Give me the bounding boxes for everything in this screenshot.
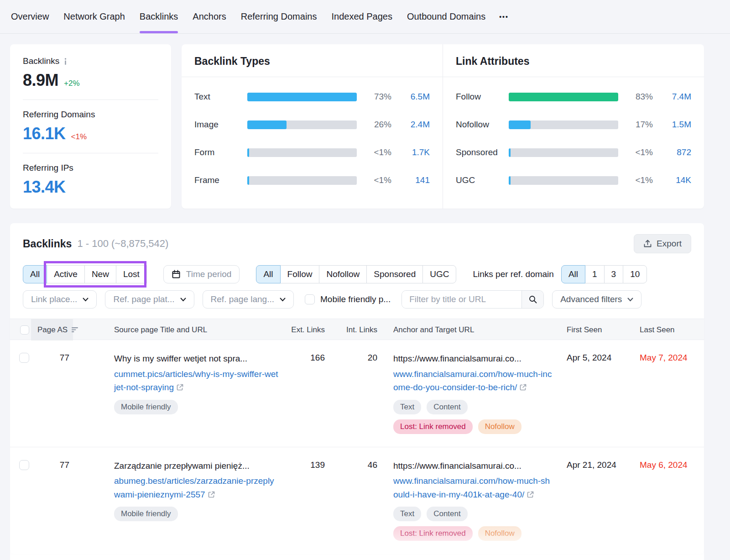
export-button[interactable]: Export [634, 234, 691, 253]
calendar-icon [172, 270, 181, 279]
mobile-friendly-checkbox[interactable] [305, 294, 315, 304]
more-tabs-ellipsis-icon[interactable]: ••• [499, 0, 509, 33]
bar-fill [509, 93, 618, 101]
int-links-value: 46 [325, 460, 377, 541]
link-placement-dropdown[interactable]: Link place... [23, 290, 97, 309]
bar-percent: <1% [627, 175, 653, 185]
referring-domains-label: Referring Domains [23, 110, 95, 120]
lost-status-badge: Lost: Link removed [393, 526, 473, 541]
select-all-checkbox[interactable] [20, 325, 29, 335]
bar-track [247, 93, 357, 101]
ref-page-language-dropdown[interactable]: Ref. page lang... [203, 290, 294, 309]
status-filter-new[interactable]: New [84, 265, 116, 283]
time-period-button[interactable]: Time period [163, 265, 240, 283]
source-url-link[interactable]: cummet.pics/articles/why-is-my-swiffer-w… [114, 369, 278, 392]
tab-anchors[interactable]: Anchors [193, 0, 226, 33]
table-row: 77 Zarządzanie przepływami pienięż... ab… [10, 447, 704, 554]
bar-value-link[interactable]: 1.7K [401, 147, 430, 157]
follow-filter-nofollow[interactable]: Nofollow [319, 265, 367, 283]
status-filter-active[interactable]: Active [47, 265, 85, 283]
column-page-as[interactable]: Page AS [31, 319, 73, 340]
int-links-value: 20 [325, 353, 377, 434]
backlinks-metric-value: 8.9M +2% [23, 71, 158, 90]
referring-ips-label: Referring IPs [23, 163, 73, 173]
ref-page-platform-dropdown[interactable]: Ref. page plat... [105, 290, 194, 309]
column-last-seen[interactable]: Last Seen [634, 325, 704, 335]
row-checkbox[interactable] [19, 353, 29, 363]
external-link-icon[interactable] [208, 488, 215, 502]
external-link-icon[interactable] [520, 381, 527, 394]
links-per-domain-label: Links per ref. domain [473, 269, 553, 279]
tab-outbound-domains[interactable]: Outbound Domains [407, 0, 485, 33]
sort-desc-icon [71, 327, 78, 333]
column-first-seen[interactable]: First Seen [552, 325, 634, 335]
follow-filter-sponsored[interactable]: Sponsored [366, 265, 423, 283]
follow-filter-follow[interactable]: Follow [280, 265, 320, 283]
table-result-range: 1 - 100 (~8,875,542) [77, 238, 168, 250]
external-link-icon[interactable] [177, 381, 183, 394]
tab-indexed-pages[interactable]: Indexed Pages [331, 0, 392, 33]
bar-value-link[interactable]: 14K [662, 175, 691, 185]
link-placement-badge: Content [427, 507, 468, 521]
column-anchor-target[interactable]: Anchor and Target URL [393, 325, 552, 335]
backlink-types-panel: Backlink Types Text 73% 6.5M Image 26% 2… [182, 44, 443, 209]
bar-value-link[interactable]: 7.4M [662, 92, 691, 102]
mobile-friendly-badge: Mobile friendly [114, 400, 178, 414]
bar-percent: 26% [366, 120, 391, 130]
bar-value-link[interactable]: 141 [401, 175, 430, 185]
chevron-down-icon [627, 298, 633, 302]
follow-filter-group: All Follow Nofollow Sponsored UGC [256, 265, 456, 283]
search-input[interactable] [402, 291, 521, 308]
row-checkbox[interactable] [19, 460, 29, 470]
bar-value-link[interactable]: 2.4M [401, 120, 430, 130]
column-int-links[interactable]: Int. Links [325, 325, 377, 335]
status-filter-all[interactable]: All [23, 265, 47, 283]
bar-value-link[interactable]: 6.5M [401, 92, 430, 102]
bar-row-text: Text 73% 6.5M [194, 92, 430, 102]
advanced-filters-dropdown[interactable]: Advanced filters [552, 290, 641, 309]
bar-row-form: Form <1% 1.7K [194, 147, 430, 157]
bar-fill [247, 120, 287, 129]
bar-fill [509, 148, 511, 157]
bar-row-ugc: UGC <1% 14K [456, 175, 691, 185]
bar-track [509, 176, 618, 185]
search-button[interactable] [521, 291, 543, 308]
target-url-link[interactable]: www.financialsamurai.com/how-much-should… [393, 476, 550, 499]
bar-value-link[interactable]: 1.5M [662, 120, 691, 130]
column-source-page[interactable]: Source page Title and URL [114, 325, 279, 335]
info-icon[interactable] [63, 58, 68, 65]
referring-ips-value[interactable]: 13.4K [23, 178, 158, 197]
external-link-icon[interactable] [527, 488, 534, 502]
tab-backlinks[interactable]: Backlinks [140, 0, 178, 33]
link-type-badge: Text [393, 507, 421, 521]
status-filter-lost[interactable]: Lost [116, 265, 147, 283]
links-per-domain-3[interactable]: 3 [604, 265, 624, 283]
links-per-domain-all[interactable]: All [561, 265, 585, 283]
links-per-domain-1[interactable]: 1 [585, 265, 605, 283]
follow-filter-all[interactable]: All [256, 265, 280, 283]
bar-value-link[interactable]: 872 [662, 147, 691, 157]
status-filter-group: All Active New Lost [23, 265, 147, 283]
bar-percent: <1% [627, 147, 653, 157]
links-per-domain-group: All 1 3 10 [561, 265, 647, 283]
links-per-domain-10[interactable]: 10 [623, 265, 647, 283]
bar-fill [247, 176, 249, 185]
backlinks-table-card: Backlinks 1 - 100 (~8,875,542) Export Al… [10, 223, 704, 554]
mobile-friendly-filter: Mobile friendly p... [305, 294, 391, 304]
column-ext-links[interactable]: Ext. Links [279, 325, 325, 335]
summary-card: Backlinks 8.9M +2% Referring Domains 16.… [10, 44, 171, 209]
tab-overview[interactable]: Overview [11, 0, 49, 33]
follow-filter-ugc[interactable]: UGC [422, 265, 456, 283]
tab-referring-domains[interactable]: Referring Domains [241, 0, 317, 33]
target-url-link[interactable]: www.financialsamurai.com/how-much-income… [393, 369, 552, 392]
bar-label: Form [194, 147, 238, 157]
bar-percent: <1% [366, 175, 391, 185]
ext-links-value: 139 [279, 460, 325, 541]
bar-label: Sponsored [456, 147, 500, 157]
table-header-row: Page AS Source page Title and URL Ext. L… [10, 319, 704, 340]
referring-domains-value[interactable]: 16.1K <1% [23, 124, 158, 143]
tab-network-graph[interactable]: Network Graph [63, 0, 125, 33]
backlink-analytics-page: Overview Network Graph Backlinks Anchors… [0, 0, 730, 560]
source-url-link[interactable]: abumeg.best/articles/zarzadzanie-przeply… [114, 476, 274, 499]
page-as-value: 77 [31, 460, 73, 541]
